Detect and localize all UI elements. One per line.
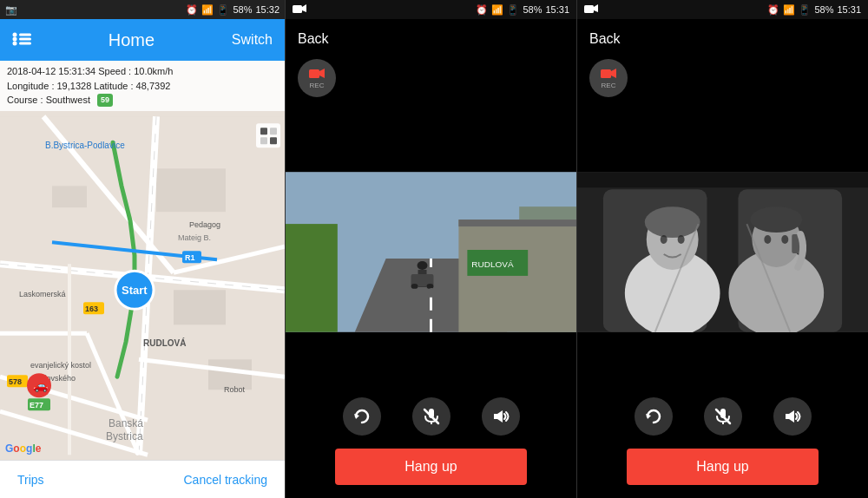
svg-point-94 xyxy=(781,235,788,244)
back-button-interior[interactable]: Back xyxy=(589,31,621,47)
menu-icon[interactable] xyxy=(12,31,31,49)
alarm-icon-interior: ⏰ xyxy=(767,4,779,16)
status-right-interior: ⏰ 📶 📱 58% 15:31 xyxy=(767,4,861,16)
signal-icon: 📱 xyxy=(217,4,229,16)
svg-rect-9 xyxy=(52,186,87,207)
alarm-icon: ⏰ xyxy=(186,4,198,16)
signal-icon-front: 📱 xyxy=(507,4,519,16)
camera-icon: 📷 xyxy=(5,4,17,16)
map-panel: 📷 ⏰ 📶 📱 58% 15:32 Home Switch 2018-04-12 xyxy=(0,0,285,498)
hang-up-bar-interior: Hang up xyxy=(577,442,868,498)
svg-marker-58 xyxy=(319,69,325,78)
cancel-tracking-link[interactable]: Cancel tracking xyxy=(184,473,268,487)
svg-rect-65 xyxy=(458,220,576,226)
svg-text:578: 578 xyxy=(9,377,22,386)
svg-rect-96 xyxy=(577,172,868,187)
time-text: 15:32 xyxy=(255,4,279,15)
wifi-icon: 📶 xyxy=(201,4,214,16)
wifi-icon-interior: 📶 xyxy=(783,4,795,16)
svg-point-0 xyxy=(13,33,17,37)
mic-button-interior[interactable] xyxy=(704,397,742,436)
svg-rect-10 xyxy=(174,290,226,324)
hang-up-bar-front: Hang up xyxy=(286,442,576,498)
status-bar-front: ⏰ 📶 📱 58% 15:31 xyxy=(286,0,576,19)
svg-point-1 xyxy=(13,37,17,42)
svg-rect-80 xyxy=(601,69,611,78)
status-left-icons: 📷 xyxy=(5,4,17,16)
svg-rect-54 xyxy=(270,137,277,144)
svg-rect-51 xyxy=(260,128,267,134)
volume-button-interior[interactable] xyxy=(773,397,812,436)
hang-up-button-front[interactable]: Hang up xyxy=(335,449,527,485)
svg-text:E77: E77 xyxy=(30,401,43,410)
svg-rect-8 xyxy=(156,168,226,212)
map-container[interactable]: B.Bystrica-Podlavice Pedagog Laskomerská… xyxy=(0,111,285,461)
info-line1: 2018-04-12 15:31:34 Speed : 10.0km/h xyxy=(7,64,278,79)
battery-front: 58% xyxy=(523,4,542,15)
svg-text:B.Bystrica-Podlavice: B.Bystrica-Podlavice xyxy=(45,141,125,150)
video-black-bottom-front xyxy=(286,332,576,390)
svg-point-89 xyxy=(678,235,685,244)
svg-text:Mateig B.: Mateig B. xyxy=(178,233,211,242)
svg-rect-55 xyxy=(293,5,302,13)
alarm-icon-front: ⏰ xyxy=(476,4,488,16)
back-button-front[interactable]: Back xyxy=(298,31,329,47)
svg-marker-56 xyxy=(302,4,306,12)
svg-point-87 xyxy=(645,206,700,238)
svg-text:🚗: 🚗 xyxy=(33,378,49,393)
svg-text:163: 163 xyxy=(85,305,98,313)
mic-button-front[interactable] xyxy=(412,397,450,436)
status-right-front: ⏰ 📶 📱 58% 15:31 xyxy=(476,4,569,16)
signal-icon-interior: 📱 xyxy=(799,4,811,16)
video-controls-interior xyxy=(577,390,868,442)
trips-link[interactable]: Trips xyxy=(17,473,44,487)
volume-button-front[interactable] xyxy=(482,397,520,436)
svg-text:evanjelický kostol: evanjelický kostol xyxy=(30,361,91,370)
google-logo: Google xyxy=(5,442,41,455)
svg-rect-60 xyxy=(286,224,338,332)
rotate-button-interior[interactable] xyxy=(635,397,673,436)
bottom-bar: Trips Cancel tracking xyxy=(0,460,285,498)
svg-text:Banská: Banská xyxy=(108,417,143,429)
camera-icon-interior xyxy=(584,3,598,16)
svg-text:Robot: Robot xyxy=(224,385,246,394)
svg-text:Laskomerská: Laskomerská xyxy=(19,290,66,298)
svg-text:R1: R1 xyxy=(185,253,195,262)
speed-badge: 59 xyxy=(97,94,113,108)
interior-camera-panel: ⏰ 📶 📱 58% 15:31 Back REC xyxy=(576,0,868,498)
status-bar-map: 📷 ⏰ 📶 📱 58% 15:32 xyxy=(0,0,285,19)
svg-text:Bystrica: Bystrica xyxy=(106,430,143,442)
battery-interior: 58% xyxy=(814,4,833,15)
rec-button-front[interactable]: REC xyxy=(298,59,336,97)
video-feed-front: RUDLOVÁ xyxy=(286,172,576,332)
info-line2: Longitude : 19,1328 Latitude : 48,7392 xyxy=(7,79,278,94)
video-controls-front xyxy=(286,390,576,442)
hang-up-button-interior[interactable]: Hang up xyxy=(627,449,819,485)
camera-icon-front xyxy=(293,3,306,16)
wifi-icon-front: 📶 xyxy=(491,4,503,16)
time-interior: 15:31 xyxy=(837,4,861,15)
video-top-bar-front: Back xyxy=(286,19,576,59)
svg-rect-78 xyxy=(584,5,594,13)
svg-point-93 xyxy=(764,235,771,244)
app-header: Home Switch xyxy=(0,19,285,61)
rotate-button-front[interactable] xyxy=(343,397,381,436)
svg-text:RUDLOVÁ: RUDLOVÁ xyxy=(143,337,186,348)
battery-text: 58% xyxy=(233,4,252,15)
svg-point-92 xyxy=(750,206,802,233)
header-title: Home xyxy=(108,30,155,50)
svg-point-2 xyxy=(13,42,17,46)
video-feed-interior xyxy=(577,172,868,332)
svg-rect-52 xyxy=(270,128,277,134)
info-line3: Course : Southwest xyxy=(7,93,90,108)
svg-marker-77 xyxy=(494,410,503,423)
svg-rect-53 xyxy=(260,137,267,144)
svg-rect-4 xyxy=(19,38,31,41)
svg-point-68 xyxy=(418,261,428,270)
rec-button-interior[interactable]: REC xyxy=(589,59,628,97)
video-top-bar-interior: Back xyxy=(577,19,868,59)
switch-button[interactable]: Switch xyxy=(232,32,273,48)
svg-marker-103 xyxy=(786,410,794,423)
status-bar-interior: ⏰ 📶 📱 58% 15:31 xyxy=(577,0,868,19)
video-black-bottom-interior xyxy=(577,332,868,390)
